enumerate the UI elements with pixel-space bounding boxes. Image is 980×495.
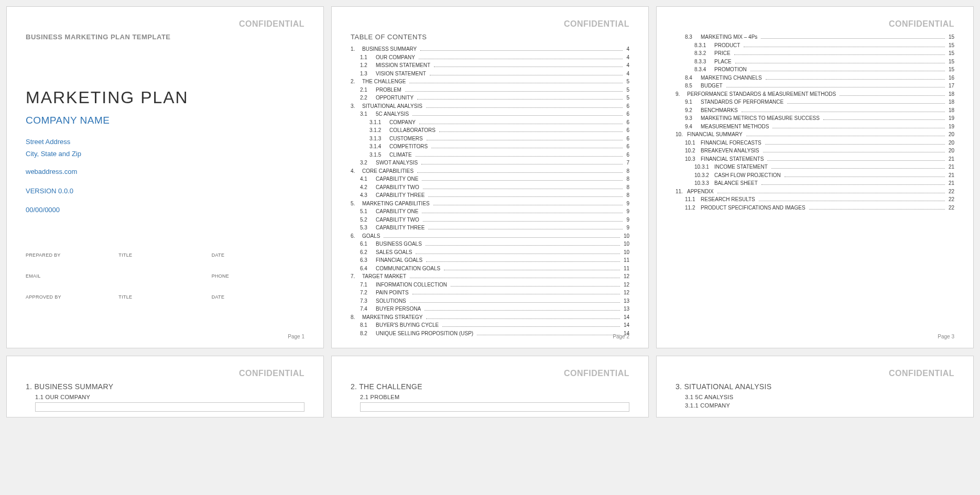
toc-label: CAPABILITY THREE [376, 224, 427, 232]
toc-entry[interactable]: 2.2OPPORTUNITY5 [351, 94, 629, 102]
toc-entry[interactable]: 11.1RESEARCH RESULTS22 [676, 195, 954, 204]
toc-entry[interactable]: 5.MARKETING CAPABILITIES9 [351, 200, 629, 208]
toc-entry[interactable]: 3.1.5CLIMATE6 [351, 151, 629, 159]
toc-entry[interactable]: 8.3.4PROMOTION15 [676, 65, 954, 74]
toc-entry[interactable]: 2.THE CHALLENGE5 [351, 78, 629, 86]
toc-entry[interactable]: 5.3CAPABILITY THREE9 [351, 224, 629, 232]
approved-by-input[interactable] [26, 300, 118, 311]
toc-page: 8 [624, 175, 629, 183]
toc-entry[interactable]: 10.3.3BALANCE SHEET21 [676, 179, 954, 188]
content-input-box[interactable] [35, 402, 304, 412]
toc-entry[interactable]: 8.3MARKETING MIX – 4Ps15 [676, 33, 954, 41]
toc-entry[interactable]: 8.MARKETING STRATEGY14 [351, 313, 629, 322]
toc-num: 10.3.3 [694, 179, 714, 188]
toc-entry[interactable]: 6.GOALS10 [351, 232, 629, 240]
section-heading: 3. SITUATIONAL ANALYSIS [676, 382, 954, 391]
toc-entry[interactable]: 1.1OUR COMPANY4 [351, 53, 629, 62]
toc-entry[interactable]: 4.1CAPABILITY ONE8 [351, 175, 629, 183]
toc-entry[interactable]: 7.4BUYER PERSONA13 [351, 305, 629, 313]
toc-entry[interactable]: 6.1BUSINESS GOALS10 [351, 240, 629, 248]
title-input[interactable] [118, 258, 211, 269]
toc-dots [423, 221, 623, 222]
toc-entry[interactable]: 4.CORE CAPABILITIES8 [351, 167, 629, 175]
toc-label: FINANCIAL SUMMARY [687, 130, 745, 139]
toc-entry[interactable]: 6.2SALES GOALS10 [351, 248, 629, 257]
toc-entry[interactable]: 8.3.1PRODUCT15 [676, 41, 954, 50]
prepared-by-input[interactable] [26, 258, 118, 269]
toc-page: 12 [622, 281, 629, 289]
title-label: TITLE [118, 252, 211, 258]
phone-input[interactable] [212, 279, 304, 290]
toc-dots [410, 278, 620, 278]
toc-label: INFORMATION COLLECTION [376, 281, 449, 289]
toc-page: 15 [946, 65, 954, 74]
subsection-heading: 2.1 PROBLEM [360, 394, 629, 400]
date-input[interactable] [212, 258, 304, 269]
title-label-2: TITLE [118, 294, 211, 300]
toc-entry[interactable]: 8.4MARKETING CHANNELS16 [676, 74, 954, 82]
toc-entry[interactable]: 10.3FINANCIAL STATEMENTS21 [676, 155, 954, 163]
toc-entry[interactable]: 3.SITUATIONAL ANALYSIS6 [351, 102, 629, 111]
toc-entry[interactable]: 8.5BUDGET17 [676, 82, 954, 90]
toc-entry[interactable]: 5.2CAPABILITY TWO9 [351, 216, 629, 224]
toc-entry[interactable]: 9.4MEASUREMENT METHODS19 [676, 123, 954, 131]
toc-entry[interactable]: 9.2BENCHMARKS18 [676, 106, 954, 115]
toc-entry[interactable]: 10.2BREAKEVEN ANALYSIS20 [676, 147, 954, 155]
toc-entry[interactable]: 7.1INFORMATION COLLECTION12 [351, 281, 629, 289]
toc-entry[interactable]: 3.1.3CUSTOMERS6 [351, 135, 629, 143]
title-input-2[interactable] [118, 300, 211, 311]
email-input[interactable] [26, 279, 212, 290]
toc-entry[interactable]: 10.1FINANCIAL FORECASTS20 [676, 139, 954, 147]
toc-entry[interactable]: 4.2CAPABILITY TWO8 [351, 183, 629, 192]
section-num: 3. [676, 382, 682, 391]
toc-entry[interactable]: 9.3MARKETING METRICS TO MEASURE SUCCESS1… [676, 114, 954, 123]
toc-entry[interactable]: 11.2PRODUCT SPECIFICATIONS AND IMAGES22 [676, 204, 954, 212]
subsubsection-title: COMPANY [700, 402, 730, 409]
toc-page: 10 [622, 248, 629, 257]
toc-entry[interactable]: 3.1.4COMPETITORS6 [351, 142, 629, 151]
toc-entry[interactable]: 3.2SWOT ANALYSIS7 [351, 159, 629, 167]
toc-entry[interactable]: 6.4COMMUNICATION GOALS11 [351, 265, 629, 273]
toc-num: 9.1 [685, 98, 701, 106]
toc-entry[interactable]: 8.3.3PLACE15 [676, 58, 954, 66]
toc-entry[interactable]: 7.2PAIN POINTS12 [351, 289, 629, 297]
section-heading: 1. BUSINESS SUMMARY [26, 382, 304, 391]
content-input-box[interactable] [360, 402, 629, 412]
toc-label: MARKETING CAPABILITIES [362, 200, 432, 208]
toc-entry[interactable]: 1.2MISSION STATEMENT4 [351, 61, 629, 70]
toc-entry[interactable]: 2.1PROBLEM5 [351, 86, 629, 94]
toc-entry[interactable]: 5.1CAPABILITY ONE9 [351, 207, 629, 216]
section-heading: 2. THE CHALLENGE [351, 382, 629, 391]
toc-entry[interactable]: 9.PERFORMANCE STANDARDS & MEASUREMENT ME… [676, 90, 954, 98]
toc-page: 22 [946, 188, 954, 196]
toc-entry[interactable]: 3.15C ANALYSIS6 [351, 110, 629, 118]
toc-entry[interactable]: 4.3CAPABILITY THREE8 [351, 191, 629, 200]
toc-entry[interactable]: 10.3.1INCOME STATEMENT21 [676, 163, 954, 171]
toc-entry[interactable]: 8.2UNIQUE SELLING PROPOSITION (USP)14 [351, 329, 629, 338]
toc-entry[interactable]: 10.3.2CASH FLOW PROJECTION21 [676, 171, 954, 180]
toc-num: 6.2 [360, 248, 376, 257]
date-input-2[interactable] [212, 300, 304, 311]
toc-entry[interactable]: 10.FINANCIAL SUMMARY20 [676, 130, 954, 139]
section-num: 1. [26, 382, 32, 391]
toc-entry[interactable]: 3.1.2COLLABORATORS6 [351, 126, 629, 135]
toc-entry[interactable]: 7.TARGET MARKET12 [351, 272, 629, 281]
toc-entry[interactable]: 9.1STANDARDS OF PERFORMANCE18 [676, 98, 954, 106]
toc-num: 10. [676, 130, 687, 139]
toc-dots [477, 335, 620, 335]
toc-entry[interactable]: 7.3SOLUTIONS13 [351, 297, 629, 305]
toc-num: 8.3.4 [694, 65, 714, 74]
toc-entry[interactable]: 8.1BUYER'S BUYING CYCLE14 [351, 321, 629, 329]
toc-page: 22 [946, 204, 954, 212]
toc-entry[interactable]: 1.3VISION STATEMENT4 [351, 70, 629, 78]
toc-num: 3.1.4 [369, 142, 389, 151]
toc-num: 4.2 [360, 183, 376, 192]
toc-entry[interactable]: 1.BUSINESS SUMMARY4 [351, 45, 629, 53]
toc-entry[interactable]: 6.3FINANCIAL GOALS11 [351, 256, 629, 265]
toc-num: 2.1 [360, 86, 376, 94]
toc-entry[interactable]: 3.1.1COMPANY6 [351, 118, 629, 127]
toc-num: 10.3 [685, 155, 701, 163]
toc-entry[interactable]: 8.3.2PRICE15 [676, 49, 954, 58]
toc-entry[interactable]: 11.APPENDIX22 [676, 188, 954, 196]
toc-page: 4 [624, 70, 629, 78]
